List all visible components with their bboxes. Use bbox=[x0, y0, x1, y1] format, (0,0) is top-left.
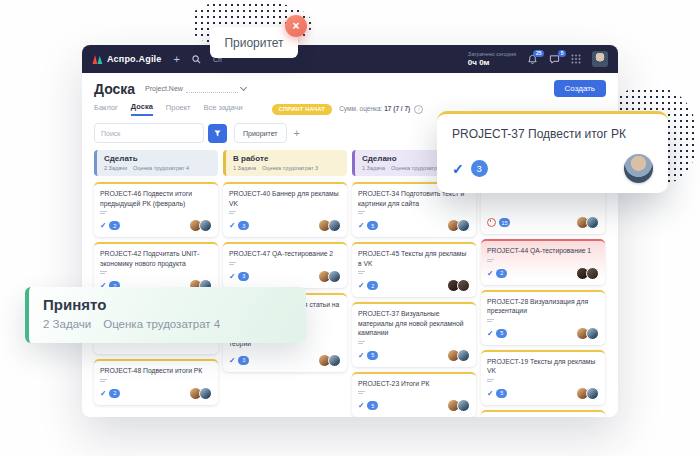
check-icon: ✓ bbox=[452, 161, 464, 177]
estimate-badge: 2 bbox=[367, 281, 378, 290]
estimate-badge: 5 bbox=[367, 401, 378, 410]
accepted-count: 2 Задачи bbox=[43, 318, 91, 330]
notifications-button[interactable]: 25 bbox=[527, 54, 538, 65]
assignee-avatar[interactable] bbox=[624, 154, 653, 183]
description-icon bbox=[487, 379, 599, 382]
task-card[interactable]: PROJECT-48 Подвести итоги РК ✓2 bbox=[94, 359, 218, 405]
task-card[interactable]: PROJECT-19 Тексты для рекламы VK ✓5 bbox=[481, 350, 605, 405]
navbar-right: Затрачено сегодня 0ч 0м 25 5 bbox=[468, 50, 608, 68]
task-title: PROJECT-48 Подвести итоги РК bbox=[100, 366, 212, 376]
task-card[interactable]: PROJECT-40 Баннер для рекламы VK ✓3 bbox=[223, 182, 347, 237]
estimate-badge: 5 bbox=[496, 389, 507, 398]
description-icon bbox=[358, 211, 470, 214]
task-card[interactable]: PROJECT-46 Подвести итоги предыдущей РК … bbox=[94, 182, 218, 237]
description-icon bbox=[487, 259, 599, 262]
search-input[interactable] bbox=[94, 123, 204, 143]
tab-backlog[interactable]: Баклог bbox=[94, 103, 118, 115]
task-title: PROJECT-45 Тексты для рекламы в VK bbox=[358, 249, 470, 268]
check-icon: ✓ bbox=[358, 221, 364, 230]
assignee-avatar[interactable] bbox=[586, 267, 599, 280]
tab-project[interactable]: Проект bbox=[166, 103, 191, 115]
task-card[interactable]: PROJECT-23 Итоги РК ✓5 bbox=[352, 372, 476, 417]
check-icon: ✓ bbox=[229, 272, 235, 281]
create-button[interactable]: Создать bbox=[554, 80, 606, 97]
assignee-avatar[interactable] bbox=[586, 327, 599, 340]
description-icon bbox=[229, 211, 341, 214]
grid-icon bbox=[571, 54, 581, 64]
priority-filter-chip[interactable]: Приоритет bbox=[234, 123, 287, 143]
task-card-alert[interactable]: PROJECT-44 QA-тестирование 1 ✓2 bbox=[481, 239, 605, 285]
check-icon: ✓ bbox=[358, 351, 364, 360]
score-value: 17 (7 / 7) bbox=[384, 105, 410, 112]
page-header: Доска Project.New Создать bbox=[94, 80, 606, 97]
estimate-badge: 3 bbox=[238, 356, 249, 365]
assignee-avatar[interactable] bbox=[328, 270, 341, 283]
assignee-avatar[interactable] bbox=[457, 349, 470, 362]
task-title: PROJECT-40 Баннер для рекламы VK bbox=[229, 189, 341, 208]
user-avatar[interactable] bbox=[592, 51, 608, 67]
column-effort: Оценка трудозатрат bbox=[391, 165, 442, 171]
column-title: В работе bbox=[233, 154, 340, 163]
add-icon[interactable]: + bbox=[174, 54, 180, 65]
tab-board[interactable]: Доска bbox=[131, 102, 153, 116]
sprint-score: Сумм. оценка: 17 (7 / 7)i bbox=[339, 105, 423, 114]
time-badge: 15 bbox=[499, 218, 510, 227]
apps-grid-button[interactable] bbox=[571, 50, 581, 68]
tab-all-tasks[interactable]: Все задачи bbox=[204, 103, 243, 115]
logo-icon bbox=[92, 54, 103, 65]
assignee-avatar[interactable] bbox=[199, 219, 212, 232]
task-card[interactable]: PROJECT-28 Визуализация для презентации … bbox=[481, 290, 605, 345]
info-icon[interactable]: i bbox=[414, 105, 423, 114]
messages-count-badge: 5 bbox=[558, 50, 566, 57]
task-title: PROJECT-46 Подвести итоги предыдущей РК … bbox=[100, 189, 212, 208]
estimate-badge: 2 bbox=[109, 389, 120, 398]
time-tracked-value: 0ч 0м bbox=[468, 58, 516, 67]
messages-button[interactable]: 5 bbox=[549, 54, 560, 65]
check-icon: ✓ bbox=[229, 221, 235, 230]
close-icon[interactable]: × bbox=[285, 15, 307, 37]
column-count: 1 Задача bbox=[362, 165, 385, 171]
chevron-down-icon bbox=[240, 83, 247, 90]
accepted-effort: Оценка трудозатрат 4 bbox=[103, 318, 220, 330]
check-icon: ✓ bbox=[100, 389, 106, 398]
estimate-badge: 2 bbox=[109, 221, 120, 230]
sprint-status-badge: СПРИНТ НАЧАТ bbox=[272, 104, 332, 115]
description-icon bbox=[229, 262, 341, 265]
assignee-avatar[interactable] bbox=[457, 219, 470, 232]
task-preview-popup[interactable]: PROJECT-37 Подвести итог РК ✓ 3 bbox=[437, 111, 668, 193]
assignee-avatar[interactable] bbox=[328, 219, 341, 232]
accepted-column-preview[interactable]: Принято 2 ЗадачиОценка трудозатрат 4 bbox=[25, 287, 306, 343]
app-logo[interactable]: Аспро.Agile bbox=[92, 54, 162, 65]
notifications-count-badge: 25 bbox=[533, 50, 544, 57]
task-card[interactable]: PROJECT-16 Подвести итоги РК bbox=[481, 410, 605, 417]
task-card[interactable]: PROJECT-37 Визуальные материалы для ново… bbox=[352, 302, 476, 367]
column-count: 2 Задачи bbox=[104, 165, 127, 171]
task-card[interactable]: PROJECT-47 QA-тестирование 2 ✓3 bbox=[223, 242, 347, 288]
add-filter-button[interactable]: + bbox=[294, 127, 300, 139]
column-inprogress: В работе 1 ЗадачаОценка трудозатрат 3 PR… bbox=[223, 150, 347, 417]
estimate-badge: 2 bbox=[496, 269, 507, 278]
time-tracked-label: Затрачено сегодня bbox=[468, 51, 516, 57]
task-title: PROJECT-42 Подсчитать UNIT-экономику нов… bbox=[100, 249, 212, 268]
search-icon[interactable] bbox=[192, 55, 201, 64]
select-underline bbox=[186, 85, 238, 93]
task-card[interactable]: PROJECT-45 Тексты для рекламы в VK ✓2 bbox=[352, 242, 476, 297]
assignee-avatar[interactable] bbox=[586, 216, 599, 229]
assignee-avatar[interactable] bbox=[328, 354, 341, 367]
page-title: Доска bbox=[94, 81, 135, 97]
assignee-avatar[interactable] bbox=[457, 279, 470, 292]
assignee-avatar[interactable] bbox=[199, 387, 212, 400]
column-header[interactable]: В работе 1 ЗадачаОценка трудозатрат 3 bbox=[223, 150, 347, 176]
priority-tooltip: Приоритет × bbox=[210, 27, 298, 58]
estimate-badge: 3 bbox=[238, 221, 249, 230]
project-select[interactable]: Project.New bbox=[145, 85, 246, 93]
column-header[interactable]: Сделать 2 ЗадачиОценка трудозатрат 4 bbox=[94, 150, 218, 176]
estimate-badge: 3 bbox=[238, 272, 249, 281]
description-icon bbox=[487, 319, 599, 322]
time-tracked: Затрачено сегодня 0ч 0м bbox=[468, 51, 516, 67]
estimate-badge: 5 bbox=[367, 351, 378, 360]
assignee-avatar[interactable] bbox=[586, 387, 599, 400]
check-icon: ✓ bbox=[100, 221, 106, 230]
filter-button[interactable] bbox=[208, 124, 227, 143]
assignee-avatar[interactable] bbox=[457, 399, 470, 412]
